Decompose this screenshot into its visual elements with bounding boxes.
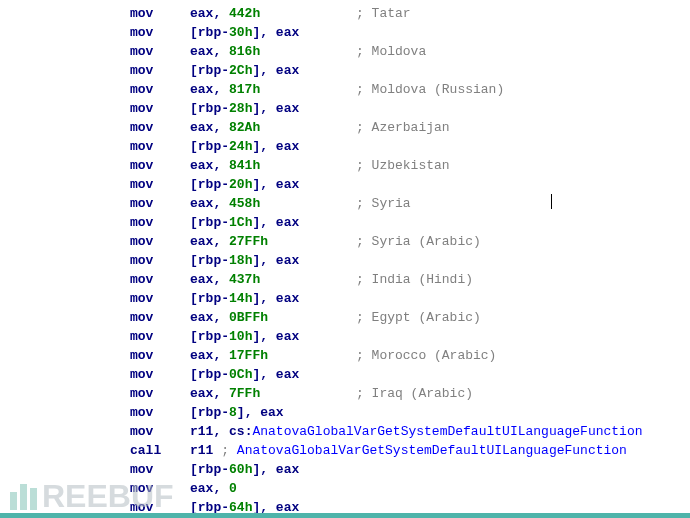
asm-line: moveax, 17FFh; Morocco (Arabic): [0, 346, 690, 365]
operands: eax, 458h: [190, 194, 356, 213]
operands: eax, 817h: [190, 80, 356, 99]
asm-line: mov[rbp-10h], eax: [0, 327, 690, 346]
asm-line: moveax, 817h; Moldova (Russian): [0, 80, 690, 99]
asm-line: mov[rbp-8], eax: [0, 403, 690, 422]
asm-line: mov[rbp-20h], eax: [0, 175, 690, 194]
mnemonic: mov: [0, 346, 190, 365]
mnemonic: mov: [0, 327, 190, 346]
operands: [rbp-60h], eax: [190, 460, 299, 479]
comment: ; India (Hindi): [356, 272, 473, 287]
comment: ; Tatar: [356, 6, 411, 21]
comment: ; Egypt (Arabic): [356, 310, 481, 325]
asm-line: moveax, 816h; Moldova: [0, 42, 690, 61]
mnemonic: mov: [0, 384, 190, 403]
asm-line: moveax, 458h; Syria: [0, 194, 690, 213]
mnemonic: mov: [0, 194, 190, 213]
asm-line: moveax, 437h; India (Hindi): [0, 270, 690, 289]
disassembly-listing: moveax, 442h; Tatarmov[rbp-30h], eaxmove…: [0, 0, 690, 517]
operands: [rbp-0Ch], eax: [190, 365, 299, 384]
operands: eax, 0BFFh: [190, 308, 356, 327]
comment: ; Moldova: [356, 44, 426, 59]
mnemonic: mov: [0, 175, 190, 194]
watermark-logo: REEBUF: [10, 484, 174, 510]
asm-line: movr11, cs:AnatovaGlobalVarGetSystemDefa…: [0, 422, 690, 441]
text-cursor: [551, 194, 552, 209]
asm-line: mov[rbp-60h], eax: [0, 460, 690, 479]
comment: ; Iraq (Arabic): [356, 386, 473, 401]
mnemonic: mov: [0, 156, 190, 175]
comment: ; Syria (Arabic): [356, 234, 481, 249]
operands: eax, 27FFh: [190, 232, 356, 251]
operands: [rbp-20h], eax: [190, 175, 299, 194]
watermark-bars-icon: [10, 484, 40, 510]
operands: eax, 7FFh: [190, 384, 356, 403]
mnemonic: call: [0, 441, 190, 460]
asm-line: moveax, 27FFh; Syria (Arabic): [0, 232, 690, 251]
mnemonic: mov: [0, 61, 190, 80]
operands: eax, 841h: [190, 156, 356, 175]
mnemonic: mov: [0, 403, 190, 422]
asm-line: mov[rbp-30h], eax: [0, 23, 690, 42]
asm-line: callr11 ; AnatovaGlobalVarGetSystemDefau…: [0, 441, 690, 460]
asm-line: mov[rbp-24h], eax: [0, 137, 690, 156]
asm-line: mov[rbp-14h], eax: [0, 289, 690, 308]
operands: r11, cs:AnatovaGlobalVarGetSystemDefault…: [190, 422, 643, 441]
operands: [rbp-28h], eax: [190, 99, 299, 118]
mnemonic: mov: [0, 232, 190, 251]
mnemonic: mov: [0, 308, 190, 327]
mnemonic: mov: [0, 460, 190, 479]
operands: eax, 17FFh: [190, 346, 356, 365]
asm-line: moveax, 442h; Tatar: [0, 4, 690, 23]
asm-line: moveax, 7FFh; Iraq (Arabic): [0, 384, 690, 403]
mnemonic: mov: [0, 42, 190, 61]
mnemonic: mov: [0, 365, 190, 384]
asm-line: mov[rbp-2Ch], eax: [0, 61, 690, 80]
comment: ; Morocco (Arabic): [356, 348, 496, 363]
operands: [rbp-2Ch], eax: [190, 61, 299, 80]
operands: eax, 442h: [190, 4, 356, 23]
operands: [rbp-14h], eax: [190, 289, 299, 308]
asm-line: mov[rbp-28h], eax: [0, 99, 690, 118]
asm-line: mov[rbp-18h], eax: [0, 251, 690, 270]
operands: [rbp-30h], eax: [190, 23, 299, 42]
mnemonic: mov: [0, 289, 190, 308]
asm-line: mov[rbp-1Ch], eax: [0, 213, 690, 232]
comment: ; Uzbekistan: [356, 158, 450, 173]
asm-line: moveax, 841h; Uzbekistan: [0, 156, 690, 175]
mnemonic: mov: [0, 270, 190, 289]
mnemonic: mov: [0, 80, 190, 99]
mnemonic: mov: [0, 118, 190, 137]
operands: eax, 816h: [190, 42, 356, 61]
operands: [rbp-18h], eax: [190, 251, 299, 270]
mnemonic: mov: [0, 23, 190, 42]
comment: ; Azerbaijan: [356, 120, 450, 135]
asm-line: moveax, 82Ah; Azerbaijan: [0, 118, 690, 137]
operands: eax, 0: [190, 479, 237, 498]
mnemonic: mov: [0, 99, 190, 118]
asm-line: mov[rbp-0Ch], eax: [0, 365, 690, 384]
operands: [rbp-24h], eax: [190, 137, 299, 156]
operands: [rbp-1Ch], eax: [190, 213, 299, 232]
bottom-accent: [0, 513, 690, 518]
operands: r11 ; AnatovaGlobalVarGetSystemDefaultUI…: [190, 441, 627, 460]
operands: [rbp-8], eax: [190, 403, 284, 422]
operands: eax, 437h: [190, 270, 356, 289]
operands: [rbp-10h], eax: [190, 327, 299, 346]
mnemonic: mov: [0, 422, 190, 441]
symbol: AnatovaGlobalVarGetSystemDefaultUILangua…: [252, 424, 642, 439]
watermark-text: REEBUF: [42, 478, 174, 514]
symbol: AnatovaGlobalVarGetSystemDefaultUILangua…: [237, 443, 627, 458]
comment: ; Moldova (Russian): [356, 82, 504, 97]
mnemonic: mov: [0, 4, 190, 23]
asm-line: moveax, 0BFFh; Egypt (Arabic): [0, 308, 690, 327]
mnemonic: mov: [0, 213, 190, 232]
comment: ; Syria: [356, 196, 411, 211]
operands: eax, 82Ah: [190, 118, 356, 137]
mnemonic: mov: [0, 251, 190, 270]
mnemonic: mov: [0, 137, 190, 156]
